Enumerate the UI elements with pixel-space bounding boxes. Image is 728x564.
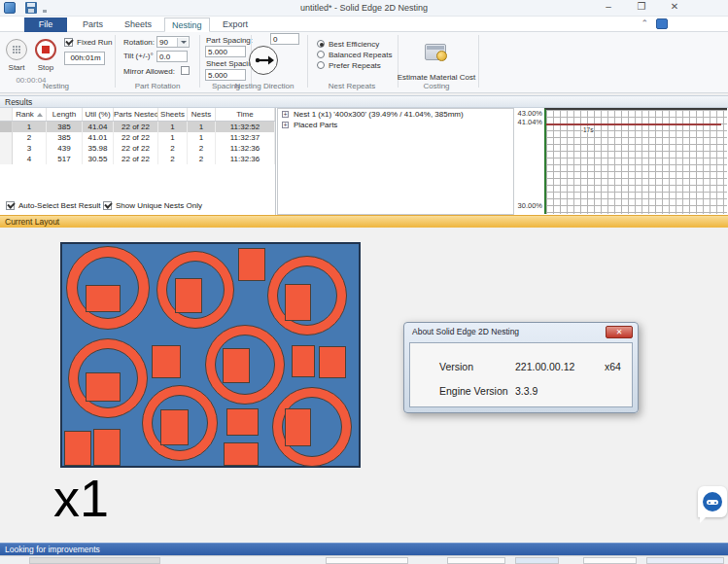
table-cell: 2 <box>13 132 47 143</box>
about-dialog: About Solid Edge 2D Nesting Version 221.… <box>403 322 639 413</box>
table-cell: 1 <box>158 122 188 132</box>
column-header-sheets[interactable]: Sheets <box>158 108 188 121</box>
sheet-spacing-input[interactable]: 5.000 <box>205 69 246 81</box>
row-selector[interactable] <box>0 143 13 154</box>
column-header-util-[interactable]: Util (%) <box>83 108 114 121</box>
version-value: 221.00.00.12 <box>515 361 605 372</box>
row-selector[interactable] <box>0 154 13 164</box>
expand-icon[interactable]: + <box>282 111 289 118</box>
about-dialog-body: Version 221.00.00.12 x64 Engine Version … <box>409 342 633 407</box>
auto-select-best-result-checkbox[interactable] <box>6 201 15 210</box>
nest-sheet[interactable] <box>60 242 361 468</box>
tilt-input[interactable]: 0.0 <box>156 51 188 62</box>
help-icon[interactable] <box>656 18 668 29</box>
column-header-parts-nested[interactable]: Parts Nested <box>114 108 158 121</box>
column-header-rank[interactable]: Rank <box>13 108 47 121</box>
stop-button[interactable] <box>35 39 56 60</box>
fixed-run-label: Fixed Run <box>77 38 112 47</box>
tree-item-nest-1[interactable]: +Nest 1 (x1) '400x300' (39.49% / 41.04%,… <box>278 109 513 120</box>
tree-item-label: Placed Parts <box>294 121 337 129</box>
row-selector[interactable] <box>0 132 13 143</box>
about-dialog-close-button[interactable] <box>606 326 633 338</box>
table-cell: 1 <box>188 132 216 143</box>
results-table-header: RankLengthUtil (%)Parts NestedSheetsNest… <box>0 108 275 122</box>
nested-part-rect[interactable] <box>160 409 189 445</box>
table-row[interactable]: 238541.0122 of 221111:32:37 <box>0 132 275 143</box>
fixed-run-duration-input[interactable]: 00h:01m <box>64 52 105 65</box>
teamviewer-icon <box>703 492 722 511</box>
expand-icon[interactable]: + <box>282 122 289 128</box>
part-rotation-group-label: Part Rotation <box>119 82 196 90</box>
nested-part-rect[interactable] <box>319 346 346 378</box>
show-unique-nests-checkbox[interactable] <box>103 201 112 210</box>
chart-ytick-top: 43.00% <box>515 109 542 118</box>
nested-part-rect[interactable] <box>285 408 311 446</box>
rotation-value: 90 <box>159 38 168 47</box>
table-cell: 22 of 22 <box>114 132 158 143</box>
nest-repeats-radio-2[interactable] <box>317 51 325 58</box>
version-label: Version <box>439 361 515 372</box>
table-cell: 4 <box>13 154 47 164</box>
restore-button[interactable]: ❐ <box>633 0 650 15</box>
table-cell: 30.55 <box>83 154 114 164</box>
part-spacing-input[interactable]: 5.000 <box>205 46 246 57</box>
tilt-label: Tilt (+/-)° <box>123 52 154 60</box>
tab-sheets[interactable]: Sheets <box>118 18 158 32</box>
nested-part-rect[interactable] <box>175 278 202 313</box>
chart-ytick-current: 41.04% <box>515 118 542 126</box>
tab-export[interactable]: Export <box>216 18 255 32</box>
nest-repeats-option-label: Balanced Repeats <box>329 51 392 59</box>
table-cell: 11:32:36 <box>216 154 275 164</box>
tab-nesting[interactable]: Nesting <box>164 18 210 32</box>
column-header-time[interactable]: Time <box>216 108 275 121</box>
close-button[interactable]: ✕ <box>666 0 683 15</box>
ribbon: Start Stop 00:00:04 Fixed Run 00h:01m Ne… <box>0 32 728 93</box>
ribbon-tab-row: File PartsSheetsNestingExport ⌃ <box>0 17 728 32</box>
nested-part-rect[interactable] <box>223 348 250 383</box>
rotation-dropdown-icon[interactable] <box>177 38 188 47</box>
start-button[interactable] <box>6 39 27 60</box>
solid-edge-2d-nesting-window: untitled* - Solid Edge 2D Nesting – ❐ ✕ … <box>0 0 728 564</box>
nested-part-rect[interactable] <box>226 408 259 436</box>
nesting-direction-button[interactable] <box>249 46 278 75</box>
nested-part-rect[interactable] <box>285 284 311 321</box>
rotation-combobox[interactable]: 90 <box>156 36 190 48</box>
table-row[interactable]: 343935.9822 of 222211:32:36 <box>0 143 275 154</box>
nested-part-rect[interactable] <box>238 248 265 281</box>
sort-ascending-icon <box>37 113 43 117</box>
column-header-nests[interactable]: Nests <box>188 108 216 121</box>
table-row[interactable]: 138541.0422 of 221111:32:52 <box>0 122 275 132</box>
nested-part-rect[interactable] <box>93 429 121 466</box>
table-cell: 385 <box>47 132 83 143</box>
utilization-line <box>546 123 721 125</box>
row-selector[interactable] <box>0 122 13 132</box>
tab-file[interactable]: File <box>24 18 67 32</box>
nested-part-rect[interactable] <box>64 431 91 466</box>
nest-repeats-radio-1[interactable] <box>317 40 325 48</box>
table-row[interactable]: 451730.5522 of 222211:32:36 <box>0 154 275 164</box>
nested-part-rect[interactable] <box>86 372 121 402</box>
minimize-button[interactable]: – <box>600 0 617 15</box>
table-cell: 1 <box>158 132 188 143</box>
column-header-length[interactable]: Length <box>47 108 83 121</box>
nest-repeats-radio-3[interactable] <box>317 61 325 69</box>
estimate-material-cost-button[interactable]: Estimate Material Cost <box>394 73 479 82</box>
ribbon-collapse-icon[interactable]: ⌃ <box>641 18 648 28</box>
results-panel: RankLengthUtil (%)Parts NestedSheetsNest… <box>0 108 728 215</box>
nesting-direction-input[interactable]: 0 <box>270 33 299 45</box>
table-cell: 22 of 22 <box>114 154 158 164</box>
tree-item-placed-parts[interactable]: +Placed Parts <box>278 120 513 130</box>
layout-canvas[interactable]: x1 About Solid Edge 2D Nesting Version 2… <box>0 228 728 543</box>
nested-part-rect[interactable] <box>292 345 315 377</box>
fixed-run-checkbox[interactable] <box>64 38 73 47</box>
taskbar-sliver <box>0 555 728 564</box>
teamviewer-popup[interactable] <box>698 486 727 517</box>
nested-part-rect[interactable] <box>152 345 181 378</box>
table-cell: 517 <box>47 154 83 164</box>
nested-part-rect[interactable] <box>86 285 121 312</box>
tab-parts[interactable]: Parts <box>76 18 110 32</box>
mirror-allowed-checkbox[interactable] <box>181 66 190 75</box>
table-cell: 35.98 <box>83 143 114 154</box>
nested-part-rect[interactable] <box>224 442 259 466</box>
nesting-direction-icon <box>250 47 277 74</box>
